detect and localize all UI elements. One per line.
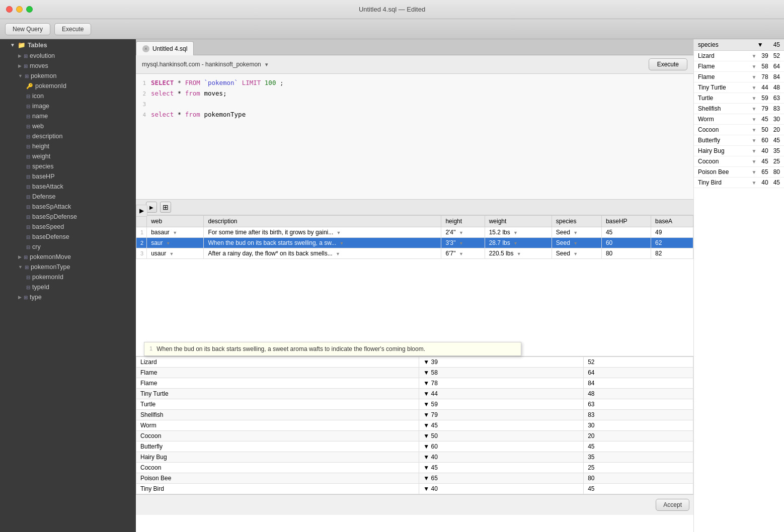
bottom-panel[interactable]: Lizard▼ 3952Flame▼ 5864Flame▼ 7884Tiny T… bbox=[136, 356, 693, 532]
cell-description: When the bud on its back starts swelling… bbox=[204, 238, 441, 248]
sidebar-item-image[interactable]: ⊟ image bbox=[0, 101, 136, 111]
table-row[interactable]: Hairy Bug▼ 4035 bbox=[136, 452, 693, 463]
table-row[interactable]: 1 basaur ▼ For some time after its birth… bbox=[136, 227, 693, 238]
table-row[interactable]: Flame▼ 5864 bbox=[136, 368, 693, 378]
table-row[interactable]: 3 usaur ▼ After a rainy day, the flow* o… bbox=[136, 248, 693, 259]
sidebar-item-pokemontype[interactable]: ▼ ⊞ pokemonType bbox=[0, 262, 136, 272]
code-content[interactable]: SELECT * FROM `pokemon` LIMIT 100 ; bbox=[151, 78, 693, 87]
col-header-basehp[interactable]: baseHP bbox=[601, 216, 651, 227]
execute-connection-button[interactable]: Execute bbox=[649, 58, 687, 70]
cell-dropdown-icon[interactable]: ▼ bbox=[459, 241, 463, 246]
close-button[interactable] bbox=[6, 6, 13, 13]
cell-v2: 80 bbox=[584, 473, 693, 484]
sidebar-item-height[interactable]: ⊟ height bbox=[0, 141, 136, 151]
col-icon: ⊟ bbox=[26, 275, 30, 280]
sidebar-item-evolution[interactable]: ▶ ⊞ evolution bbox=[0, 51, 136, 61]
right-panel: species ▼ 45 Lizard▼3952Flame▼5864Flame▼… bbox=[693, 39, 784, 532]
right-panel-row: Lizard▼3952 bbox=[694, 51, 784, 61]
cell-dropdown-icon[interactable]: ▼ bbox=[513, 230, 518, 235]
sidebar-item-web[interactable]: ⊟ web bbox=[0, 121, 136, 131]
table-name: `pokemon` bbox=[204, 79, 238, 86]
sidebar-item-name[interactable]: ⊟ name bbox=[0, 111, 136, 121]
table-row[interactable]: Cocoon▼ 4525 bbox=[136, 463, 693, 473]
cell-dropdown-icon[interactable]: ▼ bbox=[573, 251, 578, 256]
cell-dropdown-icon[interactable]: ▼ bbox=[166, 241, 171, 246]
col-header-web[interactable]: web bbox=[147, 216, 204, 227]
cell-dropdown-icon[interactable]: ▼ bbox=[336, 251, 340, 256]
right-v1-val: 79 bbox=[761, 105, 768, 112]
data-table-wrapper[interactable]: web description height weight species ba… bbox=[136, 215, 693, 356]
col-header-basea[interactable]: baseA bbox=[651, 216, 693, 227]
table-row-selected[interactable]: 2 saur ▼ When the bud on its back starts… bbox=[136, 238, 693, 248]
sidebar-item-pokemon[interactable]: ▼ ⊞ pokemon bbox=[0, 71, 136, 81]
table-row[interactable]: Cocoon▼ 5020 bbox=[136, 431, 693, 441]
sidebar-item-weight[interactable]: ⊟ weight bbox=[0, 151, 136, 161]
results-copy-button[interactable]: ⊞ bbox=[160, 202, 171, 213]
code-editor[interactable]: 1 SELECT * FROM `pokemon` LIMIT 100 ; bbox=[136, 74, 693, 200]
code-line-2: 2 select * from moves; bbox=[136, 88, 693, 99]
cell-dropdown-icon[interactable]: ▼ bbox=[573, 241, 578, 246]
sidebar-item-basespa[interactable]: ⊟ baseSpAttack bbox=[0, 202, 136, 212]
table-row[interactable]: Butterfly▼ 6045 bbox=[136, 441, 693, 452]
maximize-button[interactable] bbox=[26, 6, 33, 13]
table-icon: ⊞ bbox=[24, 254, 28, 260]
col-header-num bbox=[136, 216, 147, 227]
tables-section[interactable]: ▼ 📁 Tables bbox=[0, 39, 136, 51]
sidebar-item-description[interactable]: ⊟ description bbox=[0, 131, 136, 141]
col-header-description[interactable]: description bbox=[204, 216, 441, 227]
table-row[interactable]: Tiny Turtle▼ 4448 bbox=[136, 389, 693, 399]
cell-dropdown-icon[interactable]: ▼ bbox=[340, 241, 344, 246]
sidebar-item-typeid[interactable]: ⊟ typeId bbox=[0, 282, 136, 292]
sidebar-item-defense[interactable]: ⊟ Defense bbox=[0, 192, 136, 202]
accept-button[interactable]: Accept bbox=[656, 499, 689, 511]
minimize-button[interactable] bbox=[16, 6, 23, 13]
sidebar-item-cry[interactable]: ⊟ cry bbox=[0, 242, 136, 252]
table-row[interactable]: Turtle▼ 5963 bbox=[136, 399, 693, 410]
results-play-button[interactable]: ▶ bbox=[146, 202, 157, 213]
tab-close-button[interactable]: × bbox=[142, 45, 149, 52]
execute-toolbar-button[interactable]: Execute bbox=[54, 23, 91, 35]
cell-dropdown-icon[interactable]: ▼ bbox=[459, 230, 463, 235]
sidebar-item-basespd[interactable]: ⊟ baseSpDefense bbox=[0, 212, 136, 222]
sidebar-item-icon[interactable]: ⊟ icon bbox=[0, 91, 136, 101]
table-row[interactable]: Poison Bee▼ 6580 bbox=[136, 473, 693, 484]
cell-dropdown-icon[interactable]: ▼ bbox=[513, 241, 518, 246]
sidebar-item-basehp[interactable]: ⊟ baseHP bbox=[0, 171, 136, 182]
right-v1-val: 40 bbox=[761, 179, 768, 186]
tab-untitled4[interactable]: × Untitled 4.sql bbox=[136, 41, 194, 55]
connection-dropdown-icon[interactable]: ▼ bbox=[264, 62, 269, 67]
sidebar-item-species[interactable]: ⊟ species bbox=[0, 161, 136, 171]
code-content[interactable]: select * from moves; bbox=[151, 89, 693, 98]
cell-dropdown-icon[interactable]: ▼ bbox=[169, 251, 174, 256]
col-header-species[interactable]: species bbox=[552, 216, 601, 227]
cell-species: Tiny Bird bbox=[136, 484, 419, 494]
col-header-height[interactable]: height bbox=[441, 216, 485, 227]
cell-species: Flame bbox=[136, 378, 419, 389]
cell-dropdown-icon[interactable]: ▼ bbox=[459, 251, 463, 256]
cell-dropdown-icon[interactable]: ▼ bbox=[337, 230, 341, 235]
table-row[interactable]: Lizard▼ 3952 bbox=[136, 357, 693, 368]
sidebar-item-moves[interactable]: ▶ ⊞ moves bbox=[0, 61, 136, 71]
table-row[interactable]: Flame▼ 7884 bbox=[136, 378, 693, 389]
table-row[interactable]: Tiny Bird▼ 4045 bbox=[136, 484, 693, 494]
sidebar-item-basespeed[interactable]: ⊟ baseSpeed bbox=[0, 222, 136, 232]
code-content[interactable] bbox=[151, 100, 693, 109]
code-content[interactable]: select * from pokemonType bbox=[151, 110, 693, 119]
sidebar-item-pokemonid[interactable]: 🔑 pokemonId bbox=[0, 81, 136, 91]
sidebar-item-basedefense[interactable]: ⊟ baseDefense bbox=[0, 232, 136, 242]
sidebar-item-type[interactable]: ▶ ⊞ type bbox=[0, 292, 136, 302]
new-query-button[interactable]: New Query bbox=[5, 23, 50, 35]
cell-dropdown-icon[interactable]: ▼ bbox=[573, 230, 578, 235]
cell-basea: 82 bbox=[651, 248, 693, 259]
cell-dropdown-icon[interactable]: ▼ bbox=[517, 251, 521, 256]
sidebar-item-pt-pokemonid[interactable]: ⊟ pokemonId bbox=[0, 272, 136, 282]
sidebar-item-baseattack[interactable]: ⊟ baseAttack bbox=[0, 182, 136, 192]
right-v1: ▼ bbox=[751, 180, 756, 186]
table-row[interactable]: Worm▼ 4530 bbox=[136, 420, 693, 431]
cell-dropdown-icon[interactable]: ▼ bbox=[173, 230, 177, 235]
table-row[interactable]: Shellfish▼ 7983 bbox=[136, 410, 693, 420]
sidebar-label: pokemonMove bbox=[30, 253, 71, 260]
results-left-nav[interactable]: ▶ bbox=[136, 205, 147, 217]
sidebar-item-pokemonmove[interactable]: ▶ ⊞ pokemonMove bbox=[0, 252, 136, 262]
col-header-weight[interactable]: weight bbox=[485, 216, 552, 227]
